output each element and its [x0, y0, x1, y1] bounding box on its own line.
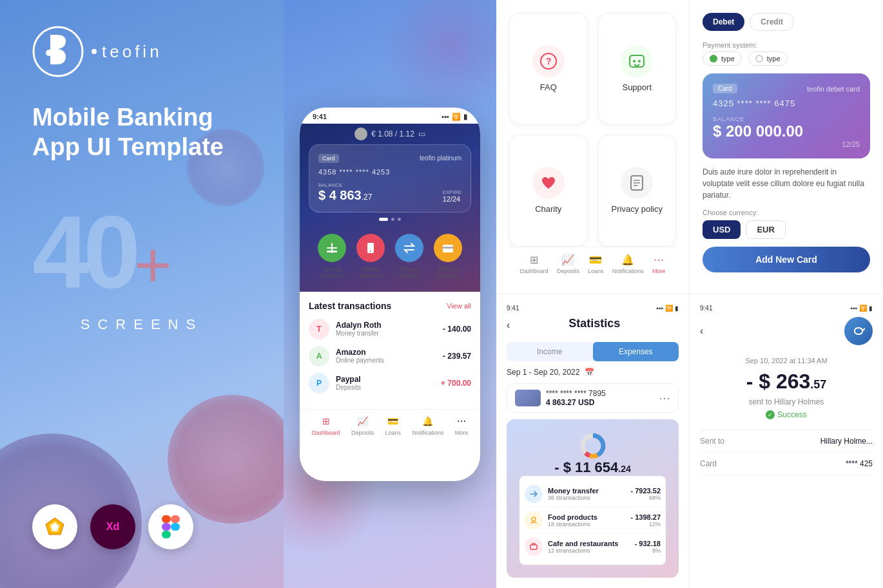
nav-dashboard[interactable]: ⊞ Dashboard	[312, 415, 340, 436]
view-all-link[interactable]: View all	[447, 302, 471, 310]
add-new-card-btn[interactable]: Add New Card	[703, 247, 870, 272]
payment-icon-circle	[434, 234, 462, 262]
trans-amount-1: - 239.57	[443, 352, 471, 361]
svg-point-20	[633, 60, 636, 62]
panel-card: Debet Credit Payment system: type type	[690, 0, 883, 294]
balance-row: € 1.08 / 1.12 ▭	[300, 124, 480, 144]
menu-card-faq[interactable]: ? FAQ	[509, 13, 588, 124]
loans-nav-icon: 💳	[387, 415, 400, 428]
payment-system-label: Payment system:	[703, 41, 870, 49]
card-display-number: 4325 **** **** 6475	[713, 99, 860, 108]
stats-count-1: 18 stransactions	[548, 521, 626, 527]
stats-name-2: Cafe and restaurants	[548, 540, 630, 547]
card-display-badge: Card	[713, 84, 737, 93]
card-chip-row[interactable]: **** **** **** 7895 4 863.27 USD ⋯	[507, 383, 679, 413]
panel-detail: 9:41 ▪▪▪ 🛜 ▮ ‹ Sep 10, 2022 at 11:3	[690, 294, 883, 589]
action-payment[interactable]: Make a Payment	[432, 234, 464, 279]
action-topup[interactable]: Top-Up Payment	[316, 234, 348, 279]
usd-btn[interactable]: USD	[703, 220, 741, 239]
mid-blob-1	[380, 0, 496, 116]
bnav-more[interactable]: ⋯ More	[652, 254, 666, 274]
card-display: Card teofin debet card 4325 **** **** 64…	[703, 73, 870, 158]
stats-total-main: - $ 11 654	[554, 459, 618, 475]
topup-icon-circle	[318, 234, 346, 262]
faq-icon-circle: ?	[532, 45, 565, 77]
bnav-loans[interactable]: 💳 Loans	[588, 254, 604, 274]
stats-count-0: 36 stransactions	[548, 495, 626, 501]
user-avatar-small	[354, 128, 367, 140]
currency-section: Choose currency: USD EUR	[703, 209, 870, 239]
action-transfer[interactable]: Money Transfer	[393, 234, 425, 279]
stats-wifi-icon: 🛜	[665, 305, 673, 312]
screens-label: SCREENS	[32, 316, 251, 333]
menu-card-privacy[interactable]: Privacy policy	[598, 135, 677, 246]
stats-info-1: Food products 18 stransactions	[548, 513, 626, 527]
detail-time: 9:41	[700, 305, 712, 312]
stats-percent-0: 68%	[631, 495, 661, 501]
bnav-more-icon: ⋯	[654, 254, 664, 266]
phone-header: € 1.08 / 1.12 ▭ Card teofin platinum 435…	[300, 124, 480, 292]
card-number: 4358 **** **** 4253	[318, 168, 461, 176]
payment-option-0[interactable]: type	[703, 52, 742, 66]
nav-more[interactable]: ⋯ More	[455, 415, 469, 436]
trans-type-0: Money transfer	[336, 330, 436, 337]
transaction-item-2: P Paypal Deposits + 700.00	[309, 373, 471, 394]
bnav-deposits[interactable]: 📈 Deposits	[557, 254, 579, 274]
transactions-title: Latest transactions	[309, 301, 391, 311]
radio-empty-icon	[755, 55, 763, 62]
card-bottom-row: BALANCE $ 4 863.27 EXPIRE 12/24	[318, 182, 461, 203]
debet-toggle-btn[interactable]: Debet	[703, 13, 744, 31]
stats-total-cents: .24	[618, 464, 630, 474]
payment-option-1[interactable]: type	[748, 52, 788, 66]
panel-stats: 9:41 ▪▪▪ 🛜 ▮ ‹ Statistics Income Expense…	[496, 294, 690, 589]
card-field-label: Card	[700, 459, 717, 468]
success-check-icon: ✓	[766, 410, 775, 419]
nav-notifications[interactable]: 🔔 Notifications	[412, 415, 443, 436]
credit-toggle-btn[interactable]: Credit	[750, 13, 794, 31]
card-balance-section: BALANCE $ 4 863.27	[318, 182, 372, 203]
battery-icon: ▮	[463, 113, 467, 121]
bnav-dashboard[interactable]: ⊞ Dashboard	[520, 254, 548, 274]
nav-deposits[interactable]: 📈 Deposits	[351, 415, 374, 436]
transactions-header: Latest transactions View all	[309, 301, 471, 311]
wifi-icon: 🛜	[452, 113, 461, 121]
stats-name-0: Money transfer	[548, 487, 626, 495]
donut-chart	[554, 432, 632, 460]
trans-type-2: Deposits	[336, 384, 434, 391]
charity-label: Charity	[535, 204, 561, 214]
nav-loans[interactable]: 💳 Loans	[385, 415, 401, 436]
xd-icon: Xd	[90, 504, 135, 549]
right-panels: ? FAQ Support	[496, 0, 883, 588]
logo-area: teofin	[32, 26, 251, 77]
detail-back-btn[interactable]: ‹	[700, 325, 703, 337]
menu-grid: ? FAQ Support	[509, 13, 676, 247]
income-tab[interactable]: Income	[507, 342, 593, 361]
trans-amount-2: + 700.00	[441, 379, 471, 388]
refresh-icon-circle[interactable]	[844, 317, 873, 345]
chip-more-icon: ⋯	[659, 391, 670, 405]
action-mobile[interactable]: Mobile Payment	[354, 234, 387, 279]
expenses-tab[interactable]: Expenses	[593, 342, 679, 361]
currency-label: Choose currency:	[703, 209, 870, 216]
menu-card-charity[interactable]: Charity	[509, 135, 588, 246]
payment-type-1: type	[767, 55, 781, 62]
bnav-notifications[interactable]: 🔔 Notifications	[612, 254, 644, 274]
more-nav-icon: ⋯	[455, 415, 468, 428]
trans-info-1: Amazon Online payments	[336, 348, 436, 364]
eur-btn[interactable]: EUR	[746, 220, 785, 239]
phone-nav: ⊞ Dashboard 📈 Deposits 💳 Loans 🔔 Notific…	[300, 409, 480, 441]
balance-amount-row: $ 4 863.27	[318, 188, 372, 203]
sent-to-field-label: Sent to	[700, 437, 724, 446]
loans-nav-label: Loans	[385, 430, 401, 436]
card-item[interactable]: Card teofin platinum 4358 **** **** 4253…	[309, 144, 471, 213]
trans-avatar-0: T	[309, 319, 329, 339]
balance-label: BALANCE	[318, 182, 372, 188]
svg-rect-5	[162, 515, 171, 523]
bnav-loans-icon: 💳	[589, 254, 602, 266]
charity-icon-circle	[532, 167, 565, 199]
middle-panel: 9:41 ▪▪▪ 🛜 ▮ € 1.08 / 1.12 ▭ Car	[284, 0, 496, 588]
card-expire: 12/25	[713, 140, 860, 148]
stats-status-icons: ▪▪▪ 🛜 ▮	[656, 305, 679, 312]
svg-rect-8	[171, 523, 180, 531]
menu-card-support[interactable]: Support	[598, 13, 677, 124]
